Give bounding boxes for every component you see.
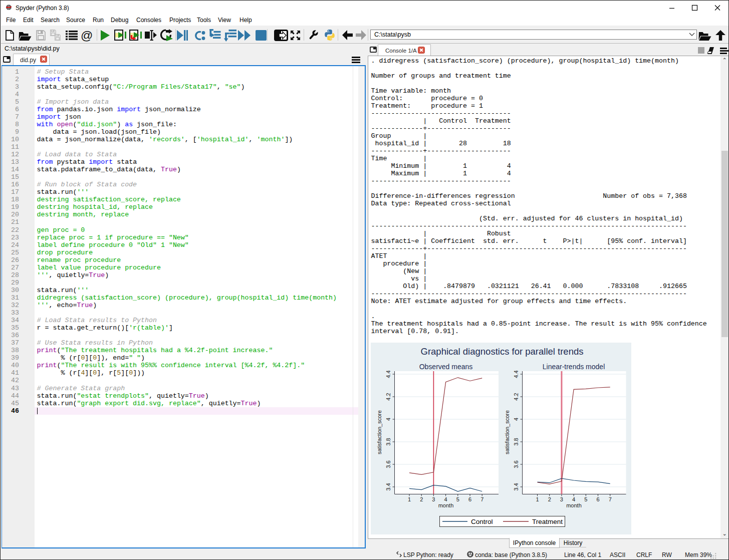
svg-text:5: 5 (456, 496, 459, 502)
svg-text:1: 1 (536, 496, 539, 502)
svg-text:Linear-trends model: Linear-trends model (543, 363, 605, 371)
svg-text:satisfaction_score: satisfaction_score (376, 410, 382, 454)
svg-text:4.2: 4.2 (385, 393, 391, 400)
svg-text:6: 6 (468, 496, 471, 502)
svg-text:2: 2 (548, 496, 551, 502)
svg-text:2: 2 (420, 496, 423, 502)
svg-text:3.6: 3.6 (385, 460, 391, 468)
svg-text:3.8: 3.8 (385, 438, 391, 445)
svg-text:3.4: 3.4 (385, 483, 391, 490)
svg-text:4.2: 4.2 (513, 393, 519, 400)
svg-text:7: 7 (480, 496, 483, 502)
svg-text:4.4: 4.4 (513, 370, 519, 378)
svg-text:3: 3 (432, 496, 435, 502)
svg-text:4: 4 (444, 496, 447, 502)
svg-text:3.8: 3.8 (513, 438, 519, 445)
svg-text:month: month (566, 502, 582, 508)
svg-text:6: 6 (596, 496, 599, 502)
svg-text:7: 7 (609, 496, 612, 502)
svg-text:Control: Control (471, 518, 493, 525)
svg-text:4: 4 (513, 418, 519, 421)
svg-text:1: 1 (408, 496, 411, 502)
svg-text:4.4: 4.4 (385, 370, 391, 378)
svg-text:month: month (438, 502, 454, 508)
svg-text:3: 3 (560, 496, 563, 502)
svg-text:3.4: 3.4 (513, 483, 519, 490)
svg-text:5: 5 (584, 496, 587, 502)
svg-text:3.6: 3.6 (513, 460, 519, 468)
svg-text:Graphical diagnostics for para: Graphical diagnostics for parallel trend… (421, 346, 584, 357)
svg-text:Observed means: Observed means (419, 363, 473, 371)
svg-text:Treatment: Treatment (532, 518, 563, 525)
svg-text:satisfaction_score: satisfaction_score (504, 410, 510, 454)
svg-text:4: 4 (572, 496, 575, 502)
svg-text:4: 4 (385, 418, 391, 421)
